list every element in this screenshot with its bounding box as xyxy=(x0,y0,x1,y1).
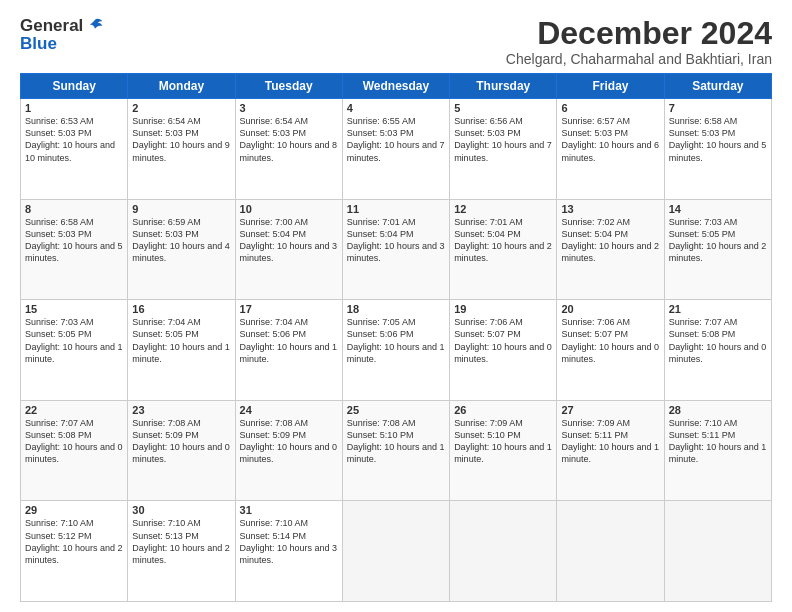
day-info: Sunrise: 7:10 AMSunset: 5:12 PMDaylight:… xyxy=(25,518,123,564)
day-info: Sunrise: 7:02 AMSunset: 5:04 PMDaylight:… xyxy=(561,217,659,263)
day-number: 23 xyxy=(132,404,230,416)
day-info: Sunrise: 7:01 AMSunset: 5:04 PMDaylight:… xyxy=(347,217,445,263)
day-info: Sunrise: 7:06 AMSunset: 5:07 PMDaylight:… xyxy=(561,317,659,363)
calendar-cell: 28 Sunrise: 7:10 AMSunset: 5:11 PMDaylig… xyxy=(664,400,771,501)
calendar-cell: 22 Sunrise: 7:07 AMSunset: 5:08 PMDaylig… xyxy=(21,400,128,501)
day-number: 10 xyxy=(240,203,338,215)
col-header-thursday: Thursday xyxy=(450,74,557,99)
calendar-cell: 20 Sunrise: 7:06 AMSunset: 5:07 PMDaylig… xyxy=(557,300,664,401)
day-number: 14 xyxy=(669,203,767,215)
calendar-cell: 17 Sunrise: 7:04 AMSunset: 5:06 PMDaylig… xyxy=(235,300,342,401)
day-number: 31 xyxy=(240,504,338,516)
day-number: 11 xyxy=(347,203,445,215)
calendar-cell: 18 Sunrise: 7:05 AMSunset: 5:06 PMDaylig… xyxy=(342,300,449,401)
calendar-week-4: 22 Sunrise: 7:07 AMSunset: 5:08 PMDaylig… xyxy=(21,400,772,501)
calendar-header-row: SundayMondayTuesdayWednesdayThursdayFrid… xyxy=(21,74,772,99)
day-info: Sunrise: 7:04 AMSunset: 5:06 PMDaylight:… xyxy=(240,317,338,363)
day-info: Sunrise: 6:55 AMSunset: 5:03 PMDaylight:… xyxy=(347,116,445,162)
day-info: Sunrise: 7:00 AMSunset: 5:04 PMDaylight:… xyxy=(240,217,338,263)
day-info: Sunrise: 7:07 AMSunset: 5:08 PMDaylight:… xyxy=(669,317,767,363)
calendar-cell: 16 Sunrise: 7:04 AMSunset: 5:05 PMDaylig… xyxy=(128,300,235,401)
day-number: 20 xyxy=(561,303,659,315)
calendar-cell: 24 Sunrise: 7:08 AMSunset: 5:09 PMDaylig… xyxy=(235,400,342,501)
day-info: Sunrise: 6:58 AMSunset: 5:03 PMDaylight:… xyxy=(669,116,767,162)
location-subtitle: Chelgard, Chaharmahal and Bakhtiari, Ira… xyxy=(506,51,772,67)
calendar-table: SundayMondayTuesdayWednesdayThursdayFrid… xyxy=(20,73,772,602)
calendar-week-5: 29 Sunrise: 7:10 AMSunset: 5:12 PMDaylig… xyxy=(21,501,772,602)
day-info: Sunrise: 6:57 AMSunset: 5:03 PMDaylight:… xyxy=(561,116,659,162)
calendar-cell xyxy=(557,501,664,602)
day-number: 30 xyxy=(132,504,230,516)
day-number: 21 xyxy=(669,303,767,315)
col-header-wednesday: Wednesday xyxy=(342,74,449,99)
calendar-cell: 25 Sunrise: 7:08 AMSunset: 5:10 PMDaylig… xyxy=(342,400,449,501)
day-number: 12 xyxy=(454,203,552,215)
day-info: Sunrise: 7:06 AMSunset: 5:07 PMDaylight:… xyxy=(454,317,552,363)
day-number: 3 xyxy=(240,102,338,114)
logo-bird-icon xyxy=(86,17,104,35)
col-header-sunday: Sunday xyxy=(21,74,128,99)
calendar-cell xyxy=(664,501,771,602)
day-number: 15 xyxy=(25,303,123,315)
day-info: Sunrise: 6:53 AMSunset: 5:03 PMDaylight:… xyxy=(25,116,115,162)
day-info: Sunrise: 6:58 AMSunset: 5:03 PMDaylight:… xyxy=(25,217,123,263)
calendar-cell: 27 Sunrise: 7:09 AMSunset: 5:11 PMDaylig… xyxy=(557,400,664,501)
calendar-week-2: 8 Sunrise: 6:58 AMSunset: 5:03 PMDayligh… xyxy=(21,199,772,300)
day-number: 27 xyxy=(561,404,659,416)
day-info: Sunrise: 6:56 AMSunset: 5:03 PMDaylight:… xyxy=(454,116,552,162)
day-number: 28 xyxy=(669,404,767,416)
day-number: 17 xyxy=(240,303,338,315)
day-number: 8 xyxy=(25,203,123,215)
logo-general: General xyxy=(20,16,83,36)
day-info: Sunrise: 6:54 AMSunset: 5:03 PMDaylight:… xyxy=(132,116,230,162)
day-info: Sunrise: 7:10 AMSunset: 5:13 PMDaylight:… xyxy=(132,518,230,564)
day-number: 24 xyxy=(240,404,338,416)
calendar-cell: 4 Sunrise: 6:55 AMSunset: 5:03 PMDayligh… xyxy=(342,99,449,200)
calendar-cell: 10 Sunrise: 7:00 AMSunset: 5:04 PMDaylig… xyxy=(235,199,342,300)
calendar-cell: 5 Sunrise: 6:56 AMSunset: 5:03 PMDayligh… xyxy=(450,99,557,200)
calendar-cell: 15 Sunrise: 7:03 AMSunset: 5:05 PMDaylig… xyxy=(21,300,128,401)
calendar-cell: 6 Sunrise: 6:57 AMSunset: 5:03 PMDayligh… xyxy=(557,99,664,200)
page: General Blue December 2024 Chelgard, Cha… xyxy=(0,0,792,612)
col-header-monday: Monday xyxy=(128,74,235,99)
day-info: Sunrise: 7:10 AMSunset: 5:11 PMDaylight:… xyxy=(669,418,767,464)
calendar-week-1: 1 Sunrise: 6:53 AMSunset: 5:03 PMDayligh… xyxy=(21,99,772,200)
day-info: Sunrise: 6:59 AMSunset: 5:03 PMDaylight:… xyxy=(132,217,230,263)
month-title: December 2024 xyxy=(506,16,772,51)
day-number: 5 xyxy=(454,102,552,114)
logo-blue: Blue xyxy=(20,34,57,54)
calendar-cell: 30 Sunrise: 7:10 AMSunset: 5:13 PMDaylig… xyxy=(128,501,235,602)
calendar-cell: 26 Sunrise: 7:09 AMSunset: 5:10 PMDaylig… xyxy=(450,400,557,501)
day-number: 29 xyxy=(25,504,123,516)
day-number: 2 xyxy=(132,102,230,114)
col-header-friday: Friday xyxy=(557,74,664,99)
day-number: 1 xyxy=(25,102,123,114)
day-info: Sunrise: 7:05 AMSunset: 5:06 PMDaylight:… xyxy=(347,317,445,363)
calendar-cell: 21 Sunrise: 7:07 AMSunset: 5:08 PMDaylig… xyxy=(664,300,771,401)
calendar-cell: 23 Sunrise: 7:08 AMSunset: 5:09 PMDaylig… xyxy=(128,400,235,501)
day-number: 19 xyxy=(454,303,552,315)
calendar-cell xyxy=(450,501,557,602)
day-info: Sunrise: 7:10 AMSunset: 5:14 PMDaylight:… xyxy=(240,518,338,564)
day-info: Sunrise: 7:04 AMSunset: 5:05 PMDaylight:… xyxy=(132,317,230,363)
calendar-cell: 14 Sunrise: 7:03 AMSunset: 5:05 PMDaylig… xyxy=(664,199,771,300)
day-number: 13 xyxy=(561,203,659,215)
calendar-cell: 2 Sunrise: 6:54 AMSunset: 5:03 PMDayligh… xyxy=(128,99,235,200)
day-number: 4 xyxy=(347,102,445,114)
calendar-cell: 19 Sunrise: 7:06 AMSunset: 5:07 PMDaylig… xyxy=(450,300,557,401)
day-info: Sunrise: 7:01 AMSunset: 5:04 PMDaylight:… xyxy=(454,217,552,263)
day-info: Sunrise: 7:03 AMSunset: 5:05 PMDaylight:… xyxy=(669,217,767,263)
calendar-cell: 11 Sunrise: 7:01 AMSunset: 5:04 PMDaylig… xyxy=(342,199,449,300)
day-number: 26 xyxy=(454,404,552,416)
day-info: Sunrise: 7:08 AMSunset: 5:09 PMDaylight:… xyxy=(240,418,338,464)
day-info: Sunrise: 7:09 AMSunset: 5:10 PMDaylight:… xyxy=(454,418,552,464)
day-info: Sunrise: 6:54 AMSunset: 5:03 PMDaylight:… xyxy=(240,116,338,162)
day-info: Sunrise: 7:08 AMSunset: 5:09 PMDaylight:… xyxy=(132,418,230,464)
calendar-cell: 7 Sunrise: 6:58 AMSunset: 5:03 PMDayligh… xyxy=(664,99,771,200)
calendar-cell: 3 Sunrise: 6:54 AMSunset: 5:03 PMDayligh… xyxy=(235,99,342,200)
day-number: 22 xyxy=(25,404,123,416)
day-number: 18 xyxy=(347,303,445,315)
calendar-week-3: 15 Sunrise: 7:03 AMSunset: 5:05 PMDaylig… xyxy=(21,300,772,401)
calendar-cell: 12 Sunrise: 7:01 AMSunset: 5:04 PMDaylig… xyxy=(450,199,557,300)
day-number: 9 xyxy=(132,203,230,215)
